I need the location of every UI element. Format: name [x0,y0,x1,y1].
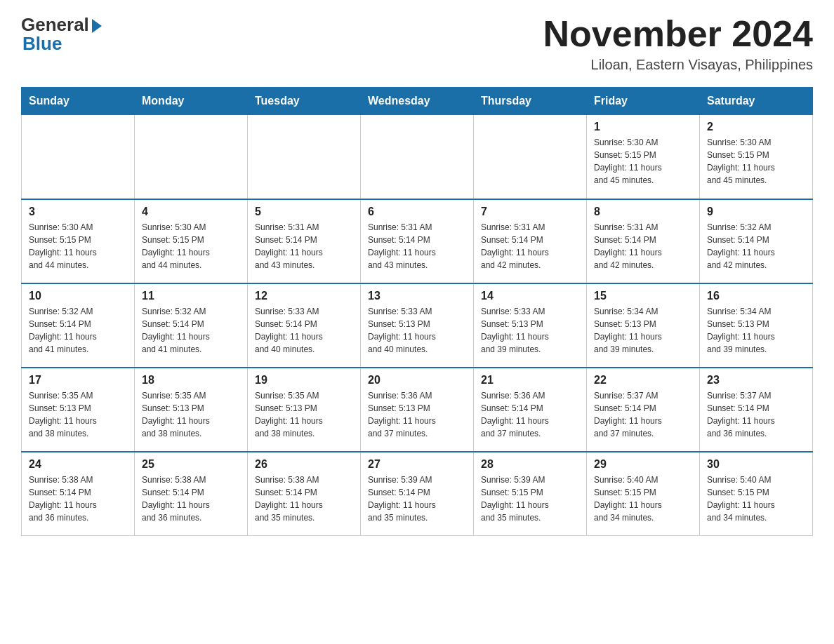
title-area: November 2024 Liloan, Eastern Visayas, P… [543,14,813,73]
calendar-cell: 17Sunrise: 5:35 AMSunset: 5:13 PMDayligh… [22,368,135,452]
day-info: Sunrise: 5:39 AMSunset: 5:15 PMDaylight:… [481,474,579,524]
day-info: Sunrise: 5:38 AMSunset: 5:14 PMDaylight:… [29,474,127,524]
calendar-cell: 30Sunrise: 5:40 AMSunset: 5:15 PMDayligh… [700,452,813,536]
day-number: 17 [29,374,127,387]
calendar-cell: 18Sunrise: 5:35 AMSunset: 5:13 PMDayligh… [135,368,248,452]
calendar-cell: 9Sunrise: 5:32 AMSunset: 5:14 PMDaylight… [700,199,813,283]
day-number: 22 [594,374,692,387]
calendar-cell: 27Sunrise: 5:39 AMSunset: 5:14 PMDayligh… [361,452,474,536]
day-info: Sunrise: 5:31 AMSunset: 5:14 PMDaylight:… [368,221,466,271]
subtitle: Liloan, Eastern Visayas, Philippines [543,57,813,73]
day-number: 24 [29,458,127,471]
day-info: Sunrise: 5:30 AMSunset: 5:15 PMDaylight:… [29,221,127,271]
day-number: 23 [707,374,805,387]
day-number: 12 [255,290,353,302]
calendar-header-wednesday: Wednesday [361,88,474,115]
calendar-week-row: 10Sunrise: 5:32 AMSunset: 5:14 PMDayligh… [22,283,813,368]
calendar-cell [248,115,361,199]
day-info: Sunrise: 5:34 AMSunset: 5:13 PMDaylight:… [707,305,805,356]
calendar-cell: 3Sunrise: 5:30 AMSunset: 5:15 PMDaylight… [22,199,135,283]
day-number: 20 [368,374,466,387]
day-info: Sunrise: 5:31 AMSunset: 5:14 PMDaylight:… [255,221,353,271]
day-number: 4 [142,206,240,218]
day-number: 30 [707,458,805,471]
logo-blue-text: Blue [22,33,62,55]
calendar-cell: 10Sunrise: 5:32 AMSunset: 5:14 PMDayligh… [22,283,135,368]
day-info: Sunrise: 5:37 AMSunset: 5:14 PMDaylight:… [707,389,805,440]
day-info: Sunrise: 5:39 AMSunset: 5:14 PMDaylight:… [368,474,466,524]
day-info: Sunrise: 5:36 AMSunset: 5:13 PMDaylight:… [368,389,466,440]
day-number: 7 [481,206,579,218]
calendar-cell: 11Sunrise: 5:32 AMSunset: 5:14 PMDayligh… [135,283,248,368]
calendar-cell: 24Sunrise: 5:38 AMSunset: 5:14 PMDayligh… [22,452,135,536]
calendar-cell [361,115,474,199]
calendar-cell: 23Sunrise: 5:37 AMSunset: 5:14 PMDayligh… [700,368,813,452]
calendar-header-saturday: Saturday [700,88,813,115]
calendar-cell [135,115,248,199]
day-info: Sunrise: 5:32 AMSunset: 5:14 PMDaylight:… [707,221,805,271]
calendar-header-thursday: Thursday [474,88,587,115]
calendar-week-row: 17Sunrise: 5:35 AMSunset: 5:13 PMDayligh… [22,368,813,452]
calendar-cell: 8Sunrise: 5:31 AMSunset: 5:14 PMDaylight… [587,199,700,283]
calendar-cell: 7Sunrise: 5:31 AMSunset: 5:14 PMDaylight… [474,199,587,283]
day-info: Sunrise: 5:40 AMSunset: 5:15 PMDaylight:… [707,474,805,524]
day-number: 9 [707,206,805,218]
day-info: Sunrise: 5:30 AMSunset: 5:15 PMDaylight:… [142,221,240,271]
day-info: Sunrise: 5:35 AMSunset: 5:13 PMDaylight:… [142,389,240,440]
calendar-cell: 20Sunrise: 5:36 AMSunset: 5:13 PMDayligh… [361,368,474,452]
calendar-week-row: 1Sunrise: 5:30 AMSunset: 5:15 PMDaylight… [22,115,813,199]
calendar-table: SundayMondayTuesdayWednesdayThursdayFrid… [21,87,813,536]
day-number: 28 [481,458,579,471]
calendar-cell: 5Sunrise: 5:31 AMSunset: 5:14 PMDaylight… [248,199,361,283]
day-number: 2 [707,121,805,133]
day-info: Sunrise: 5:40 AMSunset: 5:15 PMDaylight:… [594,474,692,524]
calendar-cell: 12Sunrise: 5:33 AMSunset: 5:14 PMDayligh… [248,283,361,368]
calendar-cell: 19Sunrise: 5:35 AMSunset: 5:13 PMDayligh… [248,368,361,452]
calendar-header-tuesday: Tuesday [248,88,361,115]
calendar-cell: 29Sunrise: 5:40 AMSunset: 5:15 PMDayligh… [587,452,700,536]
calendar-header-friday: Friday [587,88,700,115]
day-info: Sunrise: 5:35 AMSunset: 5:13 PMDaylight:… [255,389,353,440]
day-number: 18 [142,374,240,387]
day-number: 14 [481,290,579,302]
day-info: Sunrise: 5:34 AMSunset: 5:13 PMDaylight:… [594,305,692,356]
day-info: Sunrise: 5:32 AMSunset: 5:14 PMDaylight:… [29,305,127,356]
day-number: 13 [368,290,466,302]
logo-arrow-icon [92,19,102,33]
calendar-cell: 26Sunrise: 5:38 AMSunset: 5:14 PMDayligh… [248,452,361,536]
calendar-cell: 13Sunrise: 5:33 AMSunset: 5:13 PMDayligh… [361,283,474,368]
day-number: 8 [594,206,692,218]
day-info: Sunrise: 5:30 AMSunset: 5:15 PMDaylight:… [707,136,805,187]
day-info: Sunrise: 5:33 AMSunset: 5:14 PMDaylight:… [255,305,353,356]
day-number: 19 [255,374,353,387]
main-title: November 2024 [543,14,813,54]
calendar-header-sunday: Sunday [22,88,135,115]
calendar-cell: 21Sunrise: 5:36 AMSunset: 5:14 PMDayligh… [474,368,587,452]
day-info: Sunrise: 5:30 AMSunset: 5:15 PMDaylight:… [594,136,692,187]
day-info: Sunrise: 5:31 AMSunset: 5:14 PMDaylight:… [481,221,579,271]
day-number: 15 [594,290,692,302]
calendar-cell: 1Sunrise: 5:30 AMSunset: 5:15 PMDaylight… [587,115,700,199]
calendar-cell: 14Sunrise: 5:33 AMSunset: 5:13 PMDayligh… [474,283,587,368]
day-info: Sunrise: 5:38 AMSunset: 5:14 PMDaylight:… [255,474,353,524]
day-info: Sunrise: 5:36 AMSunset: 5:14 PMDaylight:… [481,389,579,440]
day-info: Sunrise: 5:35 AMSunset: 5:13 PMDaylight:… [29,389,127,440]
day-number: 1 [594,121,692,133]
day-number: 25 [142,458,240,471]
calendar-cell: 15Sunrise: 5:34 AMSunset: 5:13 PMDayligh… [587,283,700,368]
day-number: 27 [368,458,466,471]
day-info: Sunrise: 5:31 AMSunset: 5:14 PMDaylight:… [594,221,692,271]
day-info: Sunrise: 5:33 AMSunset: 5:13 PMDaylight:… [481,305,579,356]
calendar-cell: 4Sunrise: 5:30 AMSunset: 5:15 PMDaylight… [135,199,248,283]
day-number: 6 [368,206,466,218]
day-number: 11 [142,290,240,302]
day-number: 26 [255,458,353,471]
logo: General Blue [21,14,102,55]
day-number: 21 [481,374,579,387]
calendar-week-row: 24Sunrise: 5:38 AMSunset: 5:14 PMDayligh… [22,452,813,536]
day-number: 16 [707,290,805,302]
calendar-cell: 28Sunrise: 5:39 AMSunset: 5:15 PMDayligh… [474,452,587,536]
calendar-cell: 16Sunrise: 5:34 AMSunset: 5:13 PMDayligh… [700,283,813,368]
calendar-header-monday: Monday [135,88,248,115]
calendar-cell: 6Sunrise: 5:31 AMSunset: 5:14 PMDaylight… [361,199,474,283]
